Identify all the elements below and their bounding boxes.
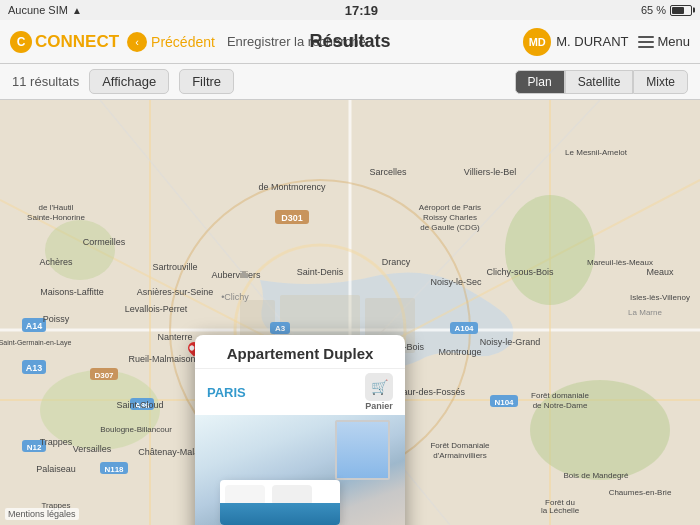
svg-text:Roissy Charles: Roissy Charles bbox=[423, 213, 477, 222]
popup-city-name: PARIS bbox=[207, 385, 246, 400]
secondary-nav: 11 résultats Affichage Filtre Plan Satel… bbox=[0, 64, 700, 100]
svg-text:Rueil-Malmaison: Rueil-Malmaison bbox=[128, 354, 195, 364]
user-info: MD M. DURANT bbox=[523, 28, 628, 56]
svg-text:Forêt Domaniale: Forêt Domaniale bbox=[430, 441, 490, 450]
svg-text:Chaumes-en-Brie: Chaumes-en-Brie bbox=[609, 488, 672, 497]
svg-text:Mareuil-lès-Meaux: Mareuil-lès-Meaux bbox=[587, 258, 653, 267]
svg-text:Bois de Mandegré: Bois de Mandegré bbox=[564, 471, 629, 480]
hamburger-icon bbox=[638, 36, 654, 48]
cart-button[interactable]: 🛒 bbox=[365, 373, 393, 401]
battery-icon bbox=[670, 5, 692, 16]
svg-text:de Gaulle (CDG): de Gaulle (CDG) bbox=[420, 223, 480, 232]
svg-text:La Marne: La Marne bbox=[628, 308, 662, 317]
svg-text:Saint-Cloud: Saint-Cloud bbox=[116, 400, 163, 410]
popup-city-row: PARIS 🛒 Panier bbox=[195, 369, 405, 415]
mixte-button[interactable]: Mixte bbox=[633, 70, 688, 94]
logo-text: CONNECT bbox=[35, 32, 119, 52]
menu-label: Menu bbox=[657, 34, 690, 49]
wifi-icon: ▲ bbox=[72, 5, 82, 16]
svg-text:Trappes: Trappes bbox=[40, 437, 73, 447]
svg-text:Meaux: Meaux bbox=[646, 267, 674, 277]
svg-text:Drancy: Drancy bbox=[382, 257, 411, 267]
map-container[interactable]: D301 A14 A13 A3 A104 N12 N118 N104 D307 … bbox=[0, 100, 700, 525]
status-time: 17:19 bbox=[345, 3, 378, 18]
bed-cover bbox=[220, 503, 340, 525]
svg-text:Boulogne-Billancour: Boulogne-Billancour bbox=[100, 425, 172, 434]
svg-text:Montrouge: Montrouge bbox=[438, 347, 481, 357]
svg-text:Poissy: Poissy bbox=[43, 314, 70, 324]
nav-right: MD M. DURANT Menu bbox=[523, 28, 690, 56]
svg-text:Versailles: Versailles bbox=[73, 444, 112, 454]
svg-text:N104: N104 bbox=[494, 398, 514, 407]
svg-text:Aéroport de Paris: Aéroport de Paris bbox=[419, 203, 481, 212]
svg-text:Levallois-Perret: Levallois-Perret bbox=[125, 304, 188, 314]
svg-text:Forêt domaniale: Forêt domaniale bbox=[531, 391, 589, 400]
results-count: 11 résultats bbox=[12, 74, 79, 89]
svg-point-18 bbox=[45, 220, 115, 280]
logo-circle: C bbox=[10, 31, 32, 53]
popup-title: Appartement Duplex bbox=[195, 335, 405, 369]
svg-text:Isles-lès-Villenoy: Isles-lès-Villenoy bbox=[630, 293, 690, 302]
svg-text:de Montmorency: de Montmorency bbox=[258, 182, 326, 192]
svg-text:D301: D301 bbox=[281, 213, 303, 223]
top-nav: C CONNECT ‹ Précédent Enregistrer la rec… bbox=[0, 20, 700, 64]
cart-label: Panier bbox=[365, 401, 393, 411]
back-button[interactable]: ‹ Précédent bbox=[127, 32, 215, 52]
svg-text:d'Armainvilliers: d'Armainvilliers bbox=[433, 451, 487, 460]
pillow-2 bbox=[272, 485, 312, 505]
svg-text:Clichy-sous-Bois: Clichy-sous-Bois bbox=[486, 267, 554, 277]
svg-text:Maur-des-Fossés: Maur-des-Fossés bbox=[395, 387, 466, 397]
svg-text:Sartrouville: Sartrouville bbox=[152, 262, 197, 272]
svg-text:•Clichy: •Clichy bbox=[221, 292, 249, 302]
svg-text:A13: A13 bbox=[26, 363, 43, 373]
svg-text:N118: N118 bbox=[104, 465, 124, 474]
satellite-button[interactable]: Satellite bbox=[565, 70, 634, 94]
svg-text:Villiers-le-Bel: Villiers-le-Bel bbox=[464, 167, 516, 177]
svg-text:Aubervilliers: Aubervilliers bbox=[211, 270, 261, 280]
svg-text:Maisons-Laffitte: Maisons-Laffitte bbox=[40, 287, 103, 297]
property-popup: Appartement Duplex PARIS 🛒 Panier 5 pièc… bbox=[195, 335, 405, 525]
user-name: M. DURANT bbox=[556, 34, 628, 49]
filtre-button[interactable]: Filtre bbox=[179, 69, 234, 94]
popup-image bbox=[195, 415, 405, 525]
svg-point-17 bbox=[505, 195, 595, 305]
svg-text:Saint-Germain-en-Laye: Saint-Germain-en-Laye bbox=[0, 339, 71, 347]
legal-notice: Mentions légales bbox=[5, 508, 79, 520]
svg-text:Cormeilles: Cormeilles bbox=[83, 237, 126, 247]
svg-text:de Notre-Dame: de Notre-Dame bbox=[533, 401, 588, 410]
svg-text:A14: A14 bbox=[26, 321, 43, 331]
map-controls: Plan Satellite Mixte bbox=[515, 70, 688, 94]
status-right: 65 % bbox=[641, 4, 692, 16]
back-label: Précédent bbox=[151, 34, 215, 50]
svg-text:de l'Hautil: de l'Hautil bbox=[39, 203, 74, 212]
svg-text:la Léchelle: la Léchelle bbox=[541, 506, 580, 515]
svg-text:A104: A104 bbox=[454, 324, 474, 333]
cart-area: 🛒 Panier bbox=[365, 373, 393, 411]
svg-text:A3: A3 bbox=[275, 324, 286, 333]
svg-text:Noisy-le-Grand: Noisy-le-Grand bbox=[480, 337, 541, 347]
svg-text:Sainte-Honorine: Sainte-Honorine bbox=[27, 213, 85, 222]
svg-text:Sarcelles: Sarcelles bbox=[369, 167, 407, 177]
svg-text:Noisy-le-Sec: Noisy-le-Sec bbox=[430, 277, 482, 287]
pillow-1 bbox=[225, 485, 265, 505]
avatar: MD bbox=[523, 28, 551, 56]
back-chevron-icon: ‹ bbox=[127, 32, 147, 52]
page-title: Résultats bbox=[309, 31, 390, 52]
status-bar: Aucune SIM ▲ 17:19 65 % bbox=[0, 0, 700, 20]
svg-text:Asnières-sur-Seine: Asnières-sur-Seine bbox=[137, 287, 214, 297]
plan-button[interactable]: Plan bbox=[515, 70, 565, 94]
status-left: Aucune SIM ▲ bbox=[8, 4, 82, 16]
window-element bbox=[335, 420, 390, 480]
battery-label: 65 % bbox=[641, 4, 666, 16]
bedroom-scene bbox=[195, 415, 405, 525]
svg-text:Saint-Denis: Saint-Denis bbox=[297, 267, 344, 277]
svg-text:Le Mesnil-Amelot: Le Mesnil-Amelot bbox=[565, 148, 628, 157]
affichage-button[interactable]: Affichage bbox=[89, 69, 169, 94]
carrier-label: Aucune SIM bbox=[8, 4, 68, 16]
menu-button[interactable]: Menu bbox=[638, 34, 690, 49]
svg-text:Achères: Achères bbox=[39, 257, 73, 267]
svg-text:D307: D307 bbox=[94, 371, 114, 380]
connect-logo: C CONNECT bbox=[10, 31, 119, 53]
svg-text:Palaiseau: Palaiseau bbox=[36, 464, 76, 474]
svg-text:Nanterre: Nanterre bbox=[157, 332, 192, 342]
